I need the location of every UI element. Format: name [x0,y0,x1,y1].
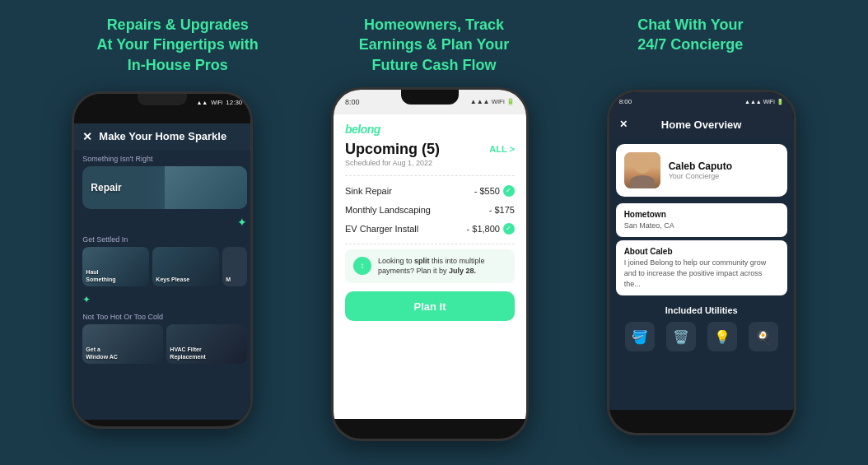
p1-haul-label: Haul Something [86,269,115,283]
p2-time: 8:00 [345,98,360,106]
p1-hvac-label: HVAC Filter Replacement [170,346,206,360]
p3-utility-icons: 🪣 🗑️ 💡 🍳 [616,322,787,351]
p2-split-box: ↕ Looking to split this into multiple pa… [345,249,515,283]
p1-section1-label: Something Isn't Right [74,150,253,166]
p1-haul-card[interactable]: Haul Something [82,247,149,286]
p1-header: ✕ Make Your Home Sparkle [74,123,253,150]
p3-avatar [624,152,660,188]
sparkle-icon-2: ✦ [82,294,91,305]
p3-hometown-label: Hometown [624,210,779,219]
p2-upcoming-section: Upcoming (5) ALL > Scheduled for Aug 1, … [334,141,526,170]
p3-utility-vacuum: 🪣 [625,322,655,351]
p2-all-button[interactable]: ALL > [489,144,515,154]
p1-title: Make Your Home Sparkle [99,130,226,142]
p1-time: 12:30 [226,99,242,106]
p2-header: belong [334,114,526,141]
p3-hometown-box: Hometown San Mateo, CA [616,203,787,238]
p2-item-sink: Sink Repair - $550 ✓ [334,181,526,201]
p2-ev-amount: - $1,800 ✓ [467,223,515,235]
p3-close-icon[interactable]: ✕ [619,119,628,130]
p3-utility-stove: 🍳 [749,322,778,351]
p3-utilities-title: Included Utilities [616,305,787,315]
p3-header: ✕ Home Overview [609,112,794,137]
p1-hvac-card[interactable]: HVAC Filter Replacement [166,324,247,364]
p2-sink-check: ✓ [503,185,515,197]
p2-plan-button[interactable]: Plan It [345,291,515,321]
sparkle-icon: ✦ [237,216,247,229]
p1-cold-row: Get a Window AC HVAC Filter Replacement [82,324,247,364]
p3-status: ▲▲▲ WiFi 🔋 [744,99,784,105]
p2-land-label: Monthly Landscaping [345,205,431,215]
p3-about-text: I joined Belong to help our community gr… [624,258,779,289]
p2-split-icon: ↕ [353,257,371,275]
p2-subtitle: Scheduled for Aug 1, 2022 [345,159,515,167]
p2-sink-label: Sink Repair [345,186,392,196]
p2-item-landscaping: Monthly Landscaping - $175 [334,201,526,219]
p2-logo: belong [345,123,380,136]
p2-ev-check: ✓ [503,223,515,235]
p3-concierge-name: Caleb Caputo [669,160,732,172]
p1-section3-label: Not Too Hot Or Too Cold [74,308,253,324]
p2-item-ev: EV Charger Install - $1,800 ✓ [334,219,526,239]
p3-concierge-role: Your Concierge [669,172,732,180]
p3-concierge-card: Caleb Caputo Your Concierge [616,144,787,197]
p2-divider-1 [345,175,515,176]
phone-3: 8:00 ▲▲▲ WiFi 🔋 ✕ Home Overview Caleb Ca… [607,90,796,435]
p2-ev-label: EV Charger Install [345,224,418,234]
p2-status: ▲▲▲ WiFi 🔋 [470,98,515,105]
p3-title: Home Overview [661,119,742,131]
tagline-1: Repairs & Upgrades At Your Fingertips wi… [63,15,293,75]
p1-settled-row: Haul Something Keys Please M [82,247,247,286]
p1-wifi: WiFi [211,100,222,105]
phones-row: ▲▲ WiFi 12:30 ✕ Make Your Home Sparkle S… [0,83,868,465]
phone-1: ▲▲ WiFi 12:30 ✕ Make Your Home Sparkle S… [72,91,253,429]
p2-upcoming-title: Upcoming (5) ALL > [345,141,515,158]
p2-divider-2 [345,244,515,244]
p1-signal: ▲▲ [196,100,208,105]
p3-about-box: About Caleb I joined Belong to help our … [616,240,787,295]
header-row: Repairs & Upgrades At Your Fingertips wi… [0,0,868,83]
p2-sink-amount: - $550 ✓ [474,185,515,197]
p2-split-text: Looking to split this into multiple paym… [378,256,506,277]
p1-section2-label: Get Settled In [74,230,253,247]
p1-ac-card[interactable]: Get a Window AC [82,324,163,364]
p3-utilities-section: Included Utilities 🪣 🗑️ 💡 🍳 [609,299,794,355]
p2-land-amount: - $175 [489,205,515,215]
p3-hometown-value: San Mateo, CA [624,221,779,231]
p3-utility-trash: 🗑️ [666,322,696,351]
p1-close-icon[interactable]: ✕ [82,130,92,143]
p1-keys-label: Keys Please [156,277,189,283]
p1-repair-label: Repair [91,182,121,193]
tagline-3: Chat With Your 24/7 Concierge [575,15,805,55]
phone-2: 8:00 ▲▲▲ WiFi 🔋 belong Upcoming (5) ALL … [331,87,529,441]
p1-keys-card[interactable]: Keys Please [152,247,219,286]
p3-about-label: About Caleb [624,247,779,256]
p3-concierge-info: Caleb Caputo Your Concierge [669,160,732,180]
p1-repair-card[interactable]: Repair [82,166,247,209]
tagline-2: Homeowners, Track Earnings & Plan Your F… [319,15,549,75]
p1-ac-label: Get a Window AC [86,346,118,360]
p1-more-label: M [226,277,231,283]
p3-utility-light: 💡 [707,322,737,351]
p1-more-card[interactable]: M [222,247,247,286]
p3-time: 8:00 [619,98,632,105]
